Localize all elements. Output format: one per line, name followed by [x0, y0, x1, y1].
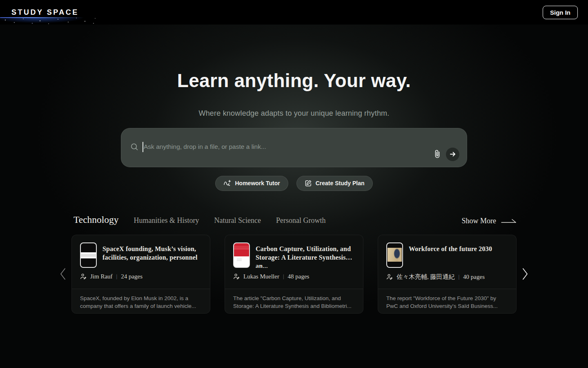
document-card[interactable]: Workforce of the future 2030 佐々木亮輔, 藤田通紀… — [378, 235, 517, 314]
homework-tutor-button[interactable]: Homework Tutor — [215, 176, 288, 191]
text-caret — [143, 142, 143, 152]
create-study-plan-button[interactable]: Create Study Plan — [296, 176, 373, 191]
author-icon — [80, 273, 87, 280]
document-thumbnail — [80, 242, 97, 268]
app-logo[interactable]: STUDY SPACE — [11, 8, 79, 17]
document-card[interactable]: Carbon Capture, Utilization, and Storage… — [225, 235, 363, 314]
search-icon — [130, 143, 139, 151]
card-description: The article "Carbon Capture, Utilization… — [225, 289, 363, 314]
top-navbar: STUDY SPACE Sign In — [0, 0, 588, 25]
tab-technology[interactable]: Technology — [74, 214, 119, 225]
show-more-link[interactable]: Show More — [462, 217, 517, 225]
card-pages: 40 pages — [463, 274, 485, 280]
card-author: Lukas Mueller — [243, 273, 279, 280]
card-author: Jim Rauf — [90, 273, 113, 280]
card-list: SpaceX founding, Musk’s vision, faciliti… — [71, 235, 517, 314]
blue-glow — [0, 18, 98, 25]
author-icon — [233, 273, 240, 280]
meta-separator: | — [116, 273, 118, 280]
create-study-plan-icon — [305, 180, 312, 187]
card-top: Workforce of the future 2030 佐々木亮輔, 藤田通紀… — [378, 235, 516, 285]
card-title: Carbon Capture, Utilization, and Storage… — [256, 242, 355, 268]
document-card[interactable]: SpaceX founding, Musk’s vision, faciliti… — [71, 235, 210, 314]
paperclip-icon — [433, 149, 441, 159]
create-study-plan-label: Create Study Plan — [316, 180, 365, 186]
card-meta-row: Lukas Mueller | 48 pages — [233, 273, 355, 280]
card-pages: 24 pages — [121, 273, 143, 280]
homework-tutor-label: Homework Tutor — [235, 180, 280, 186]
carousel-next-button[interactable] — [519, 265, 531, 283]
card-title: SpaceX founding, Musk’s vision, faciliti… — [102, 242, 202, 268]
quick-actions: Homework Tutor Create Study Plan — [0, 176, 588, 191]
card-description: The report "Workforce of the Future 2030… — [378, 289, 516, 314]
card-meta-row: 佐々木亮輔, 藤田通紀 | 40 pages — [386, 273, 508, 281]
card-top: SpaceX founding, Musk’s vision, faciliti… — [72, 235, 210, 285]
hero-title: Learn anything. Your way. — [0, 70, 588, 91]
card-author: 佐々木亮輔, 藤田通紀 — [396, 273, 455, 281]
search-input[interactable] — [144, 138, 405, 155]
homework-tutor-icon — [223, 180, 231, 187]
submit-search-button[interactable] — [446, 148, 459, 161]
category-tabs: Technology Humanities & History Natural … — [71, 214, 517, 225]
search-box[interactable] — [121, 128, 467, 167]
attach-file-button[interactable] — [433, 149, 441, 159]
carousel-prev-button[interactable] — [57, 265, 69, 283]
document-thumbnail — [386, 242, 403, 268]
horizon-line — [0, 17, 84, 18]
tab-personal-growth[interactable]: Personal Growth — [276, 216, 325, 225]
card-meta-row: Jim Rauf | 24 pages — [80, 273, 202, 280]
tab-natural-science[interactable]: Natural Science — [214, 216, 261, 225]
card-top: Carbon Capture, Utilization, and Storage… — [225, 235, 363, 285]
star-dots — [0, 16, 1, 17]
document-thumbnail — [233, 242, 250, 268]
meta-separator: | — [283, 273, 284, 280]
starfield-decoration — [0, 16, 98, 25]
document-carousel: SpaceX founding, Musk’s vision, faciliti… — [71, 235, 517, 314]
hero-section: Learn anything. Your way. Where knowledg… — [0, 25, 588, 191]
sign-in-button[interactable]: Sign In — [543, 6, 578, 19]
long-arrow-right-icon — [501, 218, 517, 224]
arrow-right-icon — [450, 151, 456, 157]
tab-humanities-history[interactable]: Humanities & History — [134, 216, 199, 225]
library-section: Technology Humanities & History Natural … — [71, 214, 517, 314]
hero-subtitle: Where knowledge adapts to your unique le… — [0, 109, 588, 118]
card-title: Workforce of the future 2030 — [409, 242, 492, 268]
card-description: SpaceX, founded by Elon Musk in 2002, is… — [72, 289, 210, 314]
show-more-label: Show More — [462, 217, 497, 225]
meta-separator: | — [459, 274, 460, 280]
card-pages: 48 pages — [288, 273, 310, 280]
author-icon — [386, 274, 393, 280]
